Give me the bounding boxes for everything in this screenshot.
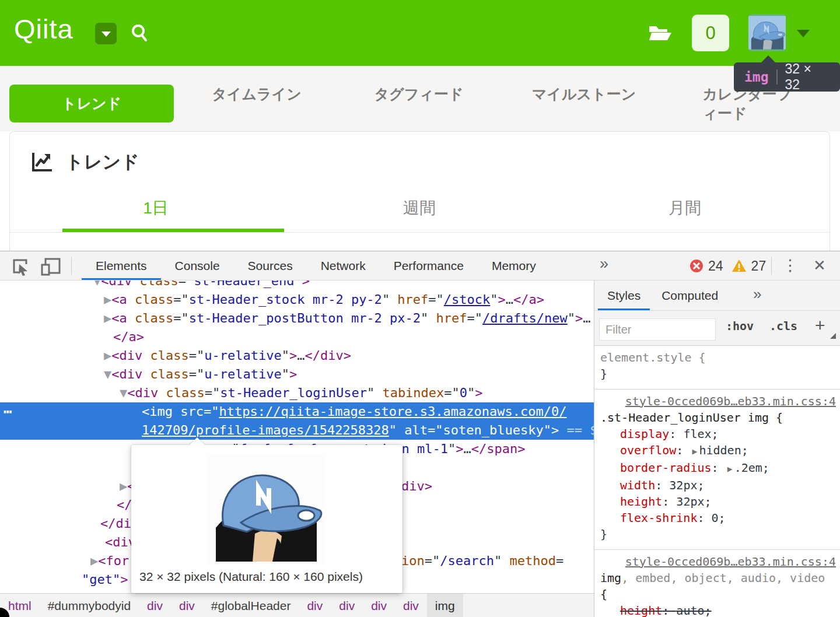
- element-style-block[interactable]: element.style { }: [594, 346, 840, 390]
- dom-tree-line[interactable]: <di: [96, 589, 120, 593]
- css-selector: .st-Header_loginUser img {: [600, 409, 837, 426]
- dom-tree-line[interactable]: 142709/profile-images/1542258328" alt="s…: [142, 421, 594, 440]
- breadcrumb-item[interactable]: img: [427, 594, 463, 617]
- styles-tabbar: StylesComputed: [594, 281, 840, 311]
- tooltip-divider: [776, 69, 778, 85]
- nav-tab-1[interactable]: トレンド: [9, 85, 174, 122]
- subtab-divider: [10, 232, 830, 233]
- styles-more-chevron[interactable]: »: [753, 285, 761, 303]
- more-tabs-chevron[interactable]: »: [600, 255, 608, 273]
- trend-chart-icon: [30, 150, 54, 176]
- breadcrumb-item[interactable]: div: [363, 594, 395, 617]
- css-rule[interactable]: style-0cced069b…eb33.min.css:4img, embed…: [594, 550, 840, 617]
- user-avatar[interactable]: [748, 14, 786, 51]
- new-style-rule-button[interactable]: +: [815, 315, 825, 335]
- nav-tab-2[interactable]: タイムライン: [212, 85, 302, 104]
- toolbar-divider: [771, 257, 772, 275]
- node-options-dots[interactable]: ⋯: [4, 402, 12, 421]
- dom-tree-line[interactable]: ▶<a class="st-Header_stock mr-2 py-2" hr…: [104, 290, 544, 309]
- user-menu-caret-icon[interactable]: [797, 30, 810, 37]
- dom-tree-line[interactable]: ▶<for: [90, 552, 129, 570]
- image-preview-popup: 32 × 32 pixels (Natural: 160 × 160 pixel…: [131, 445, 402, 593]
- css-rule[interactable]: style-0cced069b…eb33.min.css:4.st-Header…: [594, 390, 840, 550]
- device-toolbar-icon[interactable]: [41, 257, 61, 278]
- dom-tree-line[interactable]: ▼<div class="u-relative">: [104, 365, 297, 384]
- dom-breadcrumb-bar: html#dummybodyiddivdiv#globalHeaderdivdi…: [0, 593, 594, 617]
- dom-tree-line[interactable]: ▶<div class="u-relative">…</div>: [104, 346, 351, 365]
- dom-tree-line[interactable]: </a>: [113, 328, 144, 346]
- devtools-tab-console[interactable]: Console: [161, 251, 234, 280]
- devtools-tabs: ElementsConsoleSourcesNetworkPerformance…: [82, 251, 550, 281]
- breadcrumb-item[interactable]: #globalHeader: [203, 594, 299, 617]
- qiita-header: Qiita 0: [0, 0, 840, 66]
- nav-tab-3[interactable]: タグフィード: [374, 85, 464, 104]
- tooltip-tag-name: img: [744, 69, 769, 85]
- search-icon[interactable]: [131, 24, 148, 45]
- css-rule-close: }: [600, 526, 837, 542]
- styles-tab-computed[interactable]: Computed: [651, 281, 729, 310]
- devtools-tab-network[interactable]: Network: [307, 251, 380, 280]
- breadcrumb-item[interactable]: div: [171, 594, 203, 617]
- breadcrumb-item[interactable]: #dummybodyid: [40, 594, 139, 617]
- devtools-tab-sources[interactable]: Sources: [234, 251, 307, 280]
- trend-subtab-3[interactable]: 月間: [668, 197, 701, 219]
- plus-corner-icon: [830, 333, 836, 339]
- dom-tree-line[interactable]: ▼<div class="st-Header_end">: [93, 281, 310, 290]
- nav-tab-4[interactable]: マイルストーン: [532, 85, 636, 104]
- error-icon: [690, 259, 704, 273]
- dom-tree-line[interactable]: "get">: [82, 570, 128, 589]
- qiita-logo[interactable]: Qiita: [14, 13, 74, 45]
- inspect-highlight-overlay: [748, 14, 786, 51]
- inspect-element-icon[interactable]: [12, 257, 30, 278]
- styles-filter-input[interactable]: [599, 318, 716, 341]
- breadcrumb-item[interactable]: div: [331, 594, 363, 617]
- toolbar-divider: [71, 257, 72, 275]
- tooltip-dimensions: 32 × 32: [785, 61, 830, 93]
- hover-state-button[interactable]: :hov: [726, 319, 754, 333]
- warning-icon: [732, 259, 747, 273]
- class-toggle-button[interactable]: .cls: [769, 319, 797, 333]
- css-declaration[interactable]: flex-shrink: 0;: [600, 510, 837, 526]
- css-declaration[interactable]: height: 32px;: [600, 493, 837, 510]
- trend-subtab-2[interactable]: 週間: [403, 197, 436, 219]
- devtools-close-icon[interactable]: ✕: [813, 257, 826, 275]
- trend-subtab-1[interactable]: 1日: [143, 197, 169, 219]
- css-declaration[interactable]: border-radius: ▶.2em;: [600, 460, 837, 477]
- logo-dropdown-button[interactable]: [95, 23, 117, 44]
- css-source-link[interactable]: style-0cced069b…eb33.min.css:4: [600, 393, 837, 409]
- devtools-menu-icon[interactable]: ⋮: [782, 256, 798, 275]
- breadcrumb-item[interactable]: div: [139, 594, 171, 617]
- styles-panel: StylesComputed » :hov .cls + element.sty…: [594, 281, 840, 617]
- styles-rules-list: element.style { } style-0cced069b…eb33.m…: [594, 346, 840, 617]
- dom-tree-line[interactable]: div>: [401, 477, 432, 496]
- folder-open-icon[interactable]: [649, 24, 672, 44]
- element-style-close: }: [600, 366, 837, 382]
- dom-tree-line[interactable]: <img src="https://qiita-image-store.s3.a…: [142, 402, 566, 421]
- error-count: 24: [708, 258, 723, 274]
- popup-arrow: [189, 437, 205, 446]
- devtools-tab-memory[interactable]: Memory: [478, 251, 550, 280]
- css-declaration[interactable]: overflow: ▶hidden;: [600, 442, 837, 460]
- breadcrumb-item[interactable]: div: [395, 594, 427, 617]
- stock-count-badge[interactable]: 0: [692, 15, 729, 51]
- devtools-tab-performance[interactable]: Performance: [380, 251, 478, 280]
- warning-count: 27: [751, 258, 766, 274]
- dom-tree-line[interactable]: ▶<a class="st-Header_postButton mr-2 px-…: [104, 309, 591, 328]
- devtools-panel: ElementsConsoleSourcesNetworkPerformance…: [0, 251, 840, 617]
- dom-tree-line[interactable]: </: [117, 496, 132, 514]
- devtools-toolbar: ElementsConsoleSourcesNetworkPerformance…: [0, 251, 840, 281]
- dom-tree-line[interactable]: </di: [100, 514, 131, 533]
- inspect-tooltip: img 32 × 32: [734, 62, 840, 92]
- breadcrumb-item[interactable]: div: [299, 594, 331, 617]
- css-source-link[interactable]: style-0cced069b…eb33.min.css:4: [600, 553, 837, 570]
- css-declaration[interactable]: display: flex;: [600, 426, 837, 442]
- css-declaration[interactable]: width: 32px;: [600, 477, 837, 493]
- dom-tree-line[interactable]: ▼<div class="st-Header_loginUser" tabind…: [120, 384, 483, 402]
- trend-title: トレンド: [65, 150, 139, 174]
- styles-tab-styles[interactable]: Styles: [597, 281, 651, 310]
- devtools-tab-elements[interactable]: Elements: [82, 251, 161, 280]
- css-selector: img, embed, object, audio, video {: [600, 570, 837, 602]
- dom-tree-line[interactable]: ion="/search" method=: [401, 552, 564, 570]
- console-status[interactable]: 24 27: [690, 251, 766, 281]
- css-declaration[interactable]: height: auto;: [600, 602, 837, 617]
